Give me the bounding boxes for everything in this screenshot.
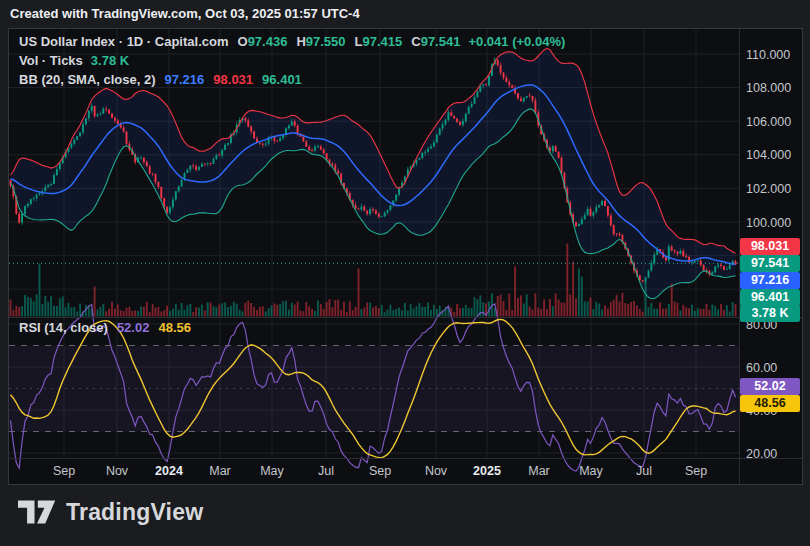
axis-tick-label: 110.000 [746,48,790,62]
bollinger-legend[interactable]: BB (20, SMA, close, 2)97.21698.03196.401 [19,72,302,87]
axis-tick-label: Jul [636,464,652,478]
main-series-legend[interactable]: US Dollar Index · 1D · Capital.comO97.43… [19,34,565,49]
tradingview-brand-text: TradingView [66,499,203,526]
low-value: 97.415 [363,34,403,49]
axis-tick-label: Jul [318,464,334,478]
axis-tick-label: 104.000 [746,148,791,162]
low-label: L [355,34,363,49]
open-value: 97.436 [248,34,288,49]
rsi-legend[interactable]: RSI (14, close)52.0248.56 [19,320,191,335]
rsi-label-chip: 48.56 [740,395,800,412]
price-label-chip: 97.216 [740,272,800,289]
open-label: O [238,34,248,49]
bb-lower-value: 96.401 [262,72,302,87]
change-value: +0.041 (+0.04%) [468,34,565,49]
symbol-title[interactable]: US Dollar Index · 1D · Capital.com [19,34,229,49]
rsi-value: 52.02 [117,320,150,335]
axis-tick-label: 60.00 [746,361,777,375]
bb-upper-value: 98.031 [213,72,253,87]
axis-tick-label: Nov [425,464,448,478]
bb-basis-value: 97.216 [165,72,205,87]
created-with-label: Created with TradingView.com, Oct 03, 20… [10,6,360,21]
close-label: C [411,34,420,49]
axis-tick-label: 2025 [473,464,501,478]
price-label-chip: 98.031 [740,238,800,255]
tradingview-logo-icon [18,499,56,525]
tradingview-branding[interactable]: TradingView [18,495,203,529]
volume-legend[interactable]: Vol · Ticks3.78 K [19,53,129,68]
axis-tick-label: Sep [685,464,707,478]
price-label-chip: 97.541 [740,255,800,272]
rsi-title[interactable]: RSI (14, close) [19,320,108,335]
rsi-ma-value: 48.56 [158,320,191,335]
axis-tick-label: Nov [106,464,129,478]
close-value: 97.541 [421,34,461,49]
axis-tick-label: 2024 [155,464,183,478]
axis-tick-label: Mar [528,464,550,478]
high-value: 97.550 [306,34,346,49]
price-chart-canvas[interactable]: 110.000108.000106.000104.000102.000100.0… [9,29,802,484]
volume-bars-down [11,244,736,317]
axis-tick-label: Mar [209,464,231,478]
rsi-label-chip: 52.02 [740,378,800,395]
price-label-chip: 3.78 K [740,305,800,322]
bb-title[interactable]: BB (20, SMA, close, 2) [19,72,156,87]
axis-tick-label: 100.000 [746,216,791,230]
axis-tick-label: 108.000 [746,81,791,95]
axis-tick-label: 106.000 [746,115,791,129]
axis-tick-label: May [260,464,284,478]
axis-tick-label: May [579,464,603,478]
axis-tick-label: 20.00 [746,447,777,461]
watermark-text: Created with TradingView.com, Oct 03, 20… [10,0,360,28]
chart-panel[interactable]: 110.000108.000106.000104.000102.000100.0… [8,28,803,485]
volume-value: 3.78 K [91,53,129,68]
volume-title[interactable]: Vol · Ticks [19,53,83,68]
axis-tick-label: Sep [53,464,75,478]
axis-tick-label: 102.000 [746,182,791,196]
axis-tick-label: Sep [369,464,391,478]
high-label: H [296,34,305,49]
price-label-chip: 96.401 [740,289,800,306]
